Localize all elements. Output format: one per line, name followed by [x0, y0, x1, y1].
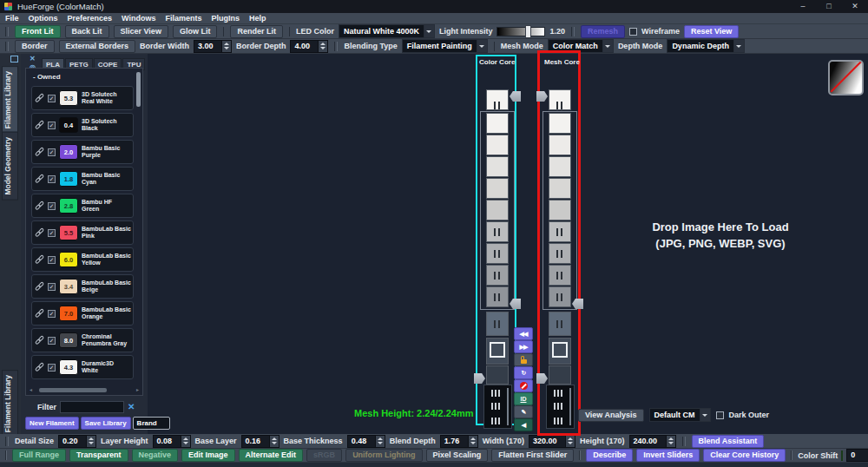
toolbar-grip[interactable]	[579, 451, 581, 460]
link-icon[interactable]	[33, 360, 47, 374]
invert-sliders-button[interactable]: Invert Sliders	[636, 449, 700, 462]
slider-handle[interactable]	[525, 25, 531, 38]
scroll-right-icon[interactable]: ▸	[136, 387, 139, 392]
color-core-track-segment[interactable]	[486, 178, 509, 199]
toolbar-grip[interactable]	[5, 42, 9, 51]
link-icon[interactable]	[33, 226, 47, 240]
filament-row[interactable]: ✓6.0BambuLab BasicYellow	[31, 247, 134, 272]
drop-zone[interactable]: Drop Image Here To Load (JPG, PNG, WEBP,…	[573, 219, 868, 252]
toolbar-grip[interactable]	[334, 42, 338, 51]
depth-mode-dropdown[interactable]: Dynamic Depth	[667, 39, 745, 53]
filament-checkbox[interactable]: ✓	[48, 337, 56, 345]
full-range-toggle[interactable]: Full Range	[12, 449, 66, 462]
menu-windows[interactable]: Windows	[122, 14, 155, 23]
filament-row[interactable]: ✓5.5BambuLab BasicPink	[31, 220, 134, 245]
mesh-mode-dropdown[interactable]: Color Match	[548, 39, 614, 53]
spinner-arrows[interactable]	[86, 436, 95, 447]
filament-row[interactable]: ✓1.8Bambu BasicCyan	[31, 167, 134, 191]
spinner-arrows[interactable]	[565, 436, 575, 447]
new-filament-button[interactable]: New Filament	[25, 417, 79, 430]
skip-end-button[interactable]: ▶▶	[514, 340, 533, 353]
slicer-view-button[interactable]: Slicer View	[114, 25, 168, 38]
mesh-core-slider-handle-icon[interactable]	[554, 418, 562, 424]
link-icon[interactable]	[33, 91, 47, 105]
srgb-toggle[interactable]: sRGB	[306, 449, 342, 462]
block-button[interactable]	[514, 379, 533, 392]
filament-checkbox[interactable]: ✓	[48, 95, 56, 102]
transparent-toggle[interactable]: Transparent	[69, 449, 128, 462]
menu-options[interactable]: Options	[29, 14, 58, 23]
pen-button[interactable]: ✎	[514, 405, 533, 418]
dark-outer-checkbox[interactable]	[716, 411, 724, 419]
color-core-slider-handle-icon[interactable]	[491, 390, 500, 397]
link-icon[interactable]	[33, 172, 47, 186]
describe-button[interactable]: Describe	[586, 449, 633, 462]
skip-start-button[interactable]: ◀◀	[514, 327, 533, 340]
link-icon[interactable]	[33, 333, 47, 347]
link-icon[interactable]	[33, 199, 47, 213]
clear-core-history-button[interactable]: Clear Core History	[703, 449, 786, 462]
mesh-core-slider-handle-icon[interactable]	[556, 250, 563, 258]
save-library-button[interactable]: Save Library	[81, 417, 131, 430]
color-core-current-swatch-outline[interactable]	[490, 342, 505, 358]
light-intensity-slider[interactable]	[496, 27, 545, 36]
spinner-arrows[interactable]	[468, 436, 477, 447]
minimize-button[interactable]: –	[790, 0, 816, 13]
color-core-slider-handle-icon[interactable]	[491, 403, 500, 410]
spinner-arrows[interactable]	[318, 41, 327, 52]
uniform-lighting-toggle[interactable]: Uniform Lighting	[345, 449, 422, 462]
mesh-core-track-segment[interactable]	[549, 135, 571, 155]
spinner-arrows[interactable]	[375, 436, 385, 447]
back-lit-button[interactable]: Back Lit	[65, 25, 109, 38]
color-core-track-segment[interactable]	[486, 200, 509, 220]
toolbar-grip[interactable]	[791, 451, 792, 460]
brand-dropdown[interactable]: Brand	[133, 417, 170, 430]
filament-row[interactable]: ✓2.8Bambu HFGreen	[31, 194, 134, 218]
filament-row[interactable]: ✓4.3Duramic3DWhite	[31, 355, 134, 379]
external-borders-button[interactable]: External Borders	[59, 40, 136, 53]
mesh-core-slider-handle-icon[interactable]	[556, 293, 563, 301]
color-core-dark-segment[interactable]	[486, 365, 509, 385]
mesh-core-slider-handle-icon[interactable]	[556, 272, 563, 280]
dock-tab-filament-library[interactable]: Filament Library	[2, 66, 18, 134]
link-icon[interactable]	[33, 118, 47, 132]
led-color-dropdown[interactable]: Natural White 4000K	[339, 24, 435, 38]
layer-height-input[interactable]: 0.08	[153, 435, 191, 448]
color-core-top-handle-tag[interactable]	[510, 91, 521, 102]
id-button[interactable]: ID	[514, 392, 533, 405]
border-button[interactable]: Border	[15, 40, 55, 53]
color-core-slider-handle-icon[interactable]	[494, 320, 501, 328]
menu-preferences[interactable]: Preferences	[68, 14, 113, 23]
color-core-slider-handle-icon[interactable]	[491, 418, 500, 424]
edit-image-button[interactable]: Edit Image	[181, 449, 235, 462]
mesh-core-track-segment[interactable]	[549, 156, 571, 177]
toolbar-grip[interactable]	[682, 437, 686, 446]
color-core-lower-handle-tag[interactable]	[474, 373, 485, 384]
render-lit-button[interactable]: Render Lit	[230, 25, 283, 38]
link-icon[interactable]	[33, 280, 47, 293]
front-lit-button[interactable]: Front Lit	[15, 25, 61, 38]
toolbar-grip[interactable]	[571, 27, 575, 36]
color-core-track-segment[interactable]	[486, 113, 509, 134]
filament-checkbox[interactable]: ✓	[48, 229, 56, 237]
color-core-slider-handle-icon[interactable]	[494, 272, 501, 280]
mesh-core-slider-handle-icon[interactable]	[556, 228, 563, 236]
spinner-arrows[interactable]	[181, 436, 190, 447]
filament-checkbox[interactable]: ✓	[48, 310, 56, 318]
red-shift-input[interactable]: 0	[846, 449, 868, 462]
filament-row[interactable]: ✓0.43D SolutechBlack	[31, 113, 134, 137]
link-icon[interactable]	[33, 145, 47, 159]
glow-lit-button[interactable]: Glow Lit	[173, 25, 218, 38]
gradient-preview-icon[interactable]	[828, 60, 864, 95]
width-input[interactable]: 320.00	[529, 435, 575, 448]
border-depth-input[interactable]: 4.00	[290, 40, 328, 53]
filament-checkbox[interactable]: ✓	[48, 122, 56, 129]
height-input[interactable]: 240.00	[629, 435, 676, 448]
close-button[interactable]: ✕	[842, 0, 868, 13]
menu-plugins[interactable]: PlugIns	[212, 14, 240, 23]
colormap-dropdown[interactable]: Default CM	[649, 408, 711, 422]
maximize-button[interactable]: □	[816, 0, 842, 13]
wireframe-checkbox[interactable]	[629, 28, 637, 36]
filament-checkbox[interactable]: ✓	[48, 283, 56, 291]
color-core-track-segment[interactable]	[486, 135, 509, 155]
